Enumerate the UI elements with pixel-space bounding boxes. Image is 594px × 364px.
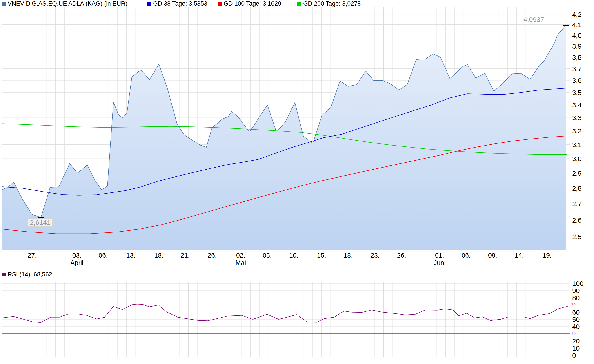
x-axis-date-label: 05.: [258, 252, 276, 259]
x-axis-date-label: 01.: [431, 252, 449, 259]
rsi-axis-label: 50: [572, 316, 593, 323]
rsi-swatch: [2, 273, 6, 276]
x-axis-date-label: 02.: [232, 252, 250, 259]
price-axis-label: 3,5: [572, 89, 593, 97]
price-axis-label: 4,2: [572, 11, 593, 18]
x-axis-date-label: 14.: [510, 252, 528, 259]
price-axis-label: 2,8: [572, 185, 593, 192]
price-axis-label: 3,7: [572, 65, 593, 73]
x-axis-date-label: 03.: [68, 252, 86, 259]
x-axis-date-label: 10.: [285, 252, 303, 259]
stock-chart-page: VNEV-DIG.AS.EQ.UE ADLA (KAG) (in EUR) GD…: [0, 0, 594, 364]
chart-canvas: [0, 0, 594, 364]
gd200-swatch: [297, 2, 301, 6]
x-axis-date-label: 19.: [538, 252, 556, 259]
x-axis-date-label: 26.: [203, 252, 221, 259]
legend-item-gd100: GD 100 Tage: 3,1629: [218, 0, 281, 7]
price-axis-label: 2,5: [572, 233, 593, 241]
x-axis-date-label: 18.: [150, 252, 168, 259]
rsi-label: RSI (14): 68,562: [8, 271, 52, 278]
gd38-swatch: [147, 2, 151, 6]
price-series-swatch: [2, 2, 6, 6]
legend-item-gd38: GD 38 Tage: 3,5353: [147, 0, 207, 7]
price-axis-label: 3,4: [572, 101, 593, 109]
x-axis-date-label: 18.: [339, 252, 357, 259]
gd200-label: GD 200 Tage: 3,0278: [303, 0, 361, 7]
price-axis-label: 3,6: [572, 77, 593, 84]
legend-item-gd200: GD 200 Tage: 3,0278: [297, 0, 361, 7]
x-axis-date-label: 13.: [122, 252, 140, 259]
x-axis-date-label: 06.: [94, 252, 112, 259]
gd100-swatch: [218, 2, 222, 6]
rsi-axis-label: 80: [572, 294, 593, 302]
x-axis-date-label: 23.: [366, 252, 384, 259]
x-axis-month-label: Mai: [228, 259, 253, 266]
price-axis-label: 3,8: [572, 54, 593, 61]
rsi-axis-label: 40: [572, 323, 593, 331]
rsi-axis-label: 0: [572, 352, 593, 359]
price-axis-label: 3,1: [572, 141, 593, 149]
price-axis-label: 4,0: [572, 32, 593, 39]
rsi-axis-label: 90: [572, 287, 593, 295]
x-axis-date-label: 09.: [484, 252, 502, 259]
x-axis-date-label: 21.: [176, 252, 194, 259]
price-axis-label: 3,2: [572, 127, 593, 135]
price-axis-label: 3,9: [572, 42, 593, 50]
rsi-oversold-label: 30: [571, 331, 585, 336]
gd38-label: GD 38 Tage: 3,5353: [153, 0, 207, 7]
price-axis-label: 3,3: [572, 114, 593, 122]
rsi-axis-label: 20: [572, 337, 593, 345]
x-axis-date-label: 26.: [393, 252, 411, 259]
price-series-label: VNEV-DIG.AS.EQ.UE ADLA (KAG) (in EUR): [8, 0, 128, 7]
x-axis-month-label: April: [65, 259, 89, 266]
rsi-axis-label: 100: [572, 280, 593, 287]
legend-item-price: VNEV-DIG.AS.EQ.UE ADLA (KAG) (in EUR): [2, 0, 128, 7]
x-axis-date-label: 27.: [23, 252, 41, 259]
price-axis-label: 2,9: [572, 170, 593, 177]
price-axis-label: 2,7: [572, 200, 593, 208]
price-axis-label: 2,6: [572, 217, 593, 224]
rsi-overbought-label: 70: [571, 303, 585, 307]
x-axis-date-label: 06.: [457, 252, 475, 259]
rsi-axis-label: 60: [572, 309, 593, 316]
x-axis-date-label: 15.: [313, 252, 331, 259]
price-axis-label: 4,1: [572, 21, 593, 29]
rsi-legend: RSI (14): 68,562: [2, 271, 52, 278]
gd100-label: GD 100 Tage: 3,1629: [224, 0, 281, 7]
price-axis-label: 3,0: [572, 155, 593, 163]
min-value-label: 2,6141: [28, 218, 53, 227]
x-axis-month-label: Juni: [427, 259, 452, 266]
rsi-axis-label: 10: [572, 344, 593, 352]
max-value-label: 4,0937: [521, 15, 546, 24]
